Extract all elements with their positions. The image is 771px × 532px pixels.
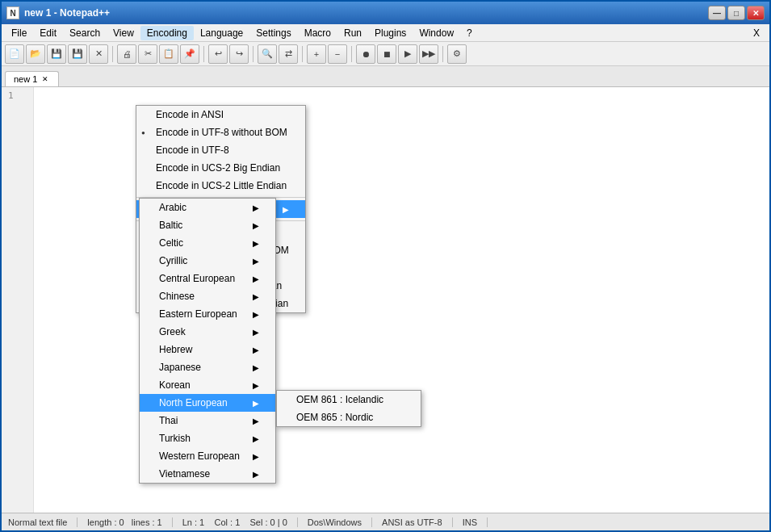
menu-view[interactable]: View — [107, 26, 140, 40]
encode-utf8-no-bom-item[interactable]: Encode in UTF-8 without BOM — [136, 124, 305, 141]
greek-arrow: ▶ — [253, 328, 259, 337]
status-bar: Normal text file length : 0 lines : 1 Ln… — [2, 513, 769, 530]
toolbar-settings[interactable]: ⚙ — [447, 44, 467, 64]
menu-plugins[interactable]: Plugins — [368, 26, 413, 40]
charset-baltic[interactable]: Baltic ▶ — [140, 216, 275, 234]
toolbar-redo[interactable]: ↪ — [229, 44, 249, 64]
window-title: new 1 - Notepad++ — [24, 7, 708, 19]
toolbar-sep6 — [442, 46, 443, 62]
north-european-arrow: ▶ — [253, 399, 259, 408]
tab-new1[interactable]: new 1 ✕ — [5, 71, 59, 86]
minimize-button[interactable]: — — [708, 6, 726, 20]
charset-greek[interactable]: Greek ▶ — [140, 323, 275, 341]
menu-encoding[interactable]: Encoding — [140, 26, 194, 40]
toolbar-cut[interactable]: ✂ — [138, 44, 157, 64]
close-button[interactable]: ✕ — [747, 6, 765, 20]
toolbar-sep5 — [351, 46, 352, 62]
toolbar-zoom-out[interactable]: − — [328, 44, 347, 64]
toolbar-sep4 — [302, 46, 303, 62]
main-window: N new 1 - Notepad++ — □ ✕ File Edit Sear… — [0, 0, 771, 532]
charset-eastern-european[interactable]: Eastern European ▶ — [140, 305, 275, 323]
encode-ucs2-be-item[interactable]: Encode in UCS-2 Big Endian — [136, 159, 305, 177]
charset-celtic[interactable]: Celtic ▶ — [140, 234, 275, 252]
toolbar-sep2 — [203, 46, 204, 62]
toolbar-save-all[interactable]: 💾 — [68, 44, 87, 64]
toolbar-find[interactable]: 🔍 — [258, 44, 277, 64]
charset-north-european[interactable]: North European ▶ — [140, 394, 275, 412]
encode-ansi-item[interactable]: Encode in ANSI — [136, 106, 305, 124]
toolbar-new[interactable]: 📄 — [5, 44, 24, 64]
charset-thai[interactable]: Thai ▶ — [140, 412, 275, 429]
korean-arrow: ▶ — [253, 381, 259, 390]
vietnamese-arrow: ▶ — [253, 470, 259, 479]
toolbar-close[interactable]: ✕ — [89, 44, 108, 64]
charset-hebrew[interactable]: Hebrew ▶ — [140, 341, 275, 358]
cyrillic-arrow: ▶ — [253, 257, 259, 266]
charset-arabic[interactable]: Arabic ▶ — [140, 199, 275, 216]
status-encoding: ANSI as UTF-8 — [372, 517, 453, 527]
status-mode: INS — [453, 517, 488, 527]
eastern-european-arrow: ▶ — [253, 310, 259, 319]
toolbar-record[interactable]: ⏺ — [356, 44, 375, 64]
thai-arrow: ▶ — [253, 417, 259, 425]
menu-edit[interactable]: Edit — [33, 26, 63, 40]
toolbar: 📄 📂 💾 💾 ✕ 🖨 ✂ 📋 📌 ↩ ↪ 🔍 ⇄ + − ⏺ ⏹ ▶ ▶▶ ⚙ — [2, 42, 769, 66]
toolbar-replace[interactable]: ⇄ — [279, 44, 298, 64]
charset-cyrillic[interactable]: Cyrillic ▶ — [140, 252, 275, 270]
line-numbers: 1 — [2, 87, 34, 513]
toolbar-print[interactable]: 🖨 — [117, 44, 136, 64]
celtic-arrow: ▶ — [253, 239, 259, 248]
charset-japanese[interactable]: Japanese ▶ — [140, 358, 275, 376]
turkish-arrow: ▶ — [253, 434, 259, 443]
arabic-arrow: ▶ — [253, 203, 259, 212]
character-sets-arrow: ▶ — [283, 205, 289, 214]
charset-western-european[interactable]: Western European ▶ — [140, 447, 275, 465]
toolbar-open[interactable]: 📂 — [26, 44, 45, 64]
line-number-1: 1 — [8, 90, 14, 101]
tabs-bar: new 1 ✕ — [2, 66, 769, 87]
menu-right-x: X — [747, 26, 766, 40]
menu-language[interactable]: Language — [194, 26, 249, 40]
toolbar-paste[interactable]: 📌 — [180, 44, 199, 64]
status-line-ending: Dos\Windows — [298, 517, 372, 527]
menu-file[interactable]: File — [5, 26, 33, 40]
charset-chinese[interactable]: Chinese ▶ — [140, 287, 275, 305]
toolbar-play-multi[interactable]: ▶▶ — [419, 44, 438, 64]
window-controls: — □ ✕ — [708, 6, 765, 20]
chinese-arrow: ▶ — [253, 292, 259, 301]
western-european-arrow: ▶ — [253, 452, 259, 461]
menu-settings[interactable]: Settings — [249, 26, 297, 40]
oem-865-nordic[interactable]: OEM 865 : Nordic — [277, 408, 421, 426]
charset-vietnamese[interactable]: Vietnamese ▶ — [140, 465, 275, 483]
tab-close-button[interactable]: ✕ — [40, 74, 50, 84]
toolbar-sep1 — [112, 46, 113, 62]
tab-label: new 1 — [14, 74, 37, 84]
status-length: length : 0 lines : 1 — [78, 517, 172, 527]
toolbar-save[interactable]: 💾 — [47, 44, 66, 64]
oem-861-icelandic[interactable]: OEM 861 : Icelandic — [277, 391, 421, 408]
charset-korean[interactable]: Korean ▶ — [140, 376, 275, 394]
status-position: Ln : 1 Col : 1 Sel : 0 | 0 — [173, 517, 298, 527]
menu-run[interactable]: Run — [337, 26, 368, 40]
charset-central-european[interactable]: Central European ▶ — [140, 270, 275, 287]
charset-turkish[interactable]: Turkish ▶ — [140, 429, 275, 447]
central-european-arrow: ▶ — [253, 274, 259, 283]
japanese-arrow: ▶ — [253, 363, 259, 372]
menu-search[interactable]: Search — [63, 26, 107, 40]
toolbar-copy[interactable]: 📋 — [159, 44, 178, 64]
toolbar-zoom-in[interactable]: + — [307, 44, 326, 64]
menu-bar: File Edit Search View Encoding Language … — [2, 24, 769, 42]
baltic-arrow: ▶ — [253, 221, 259, 230]
status-file-type: Normal text file — [8, 517, 78, 527]
encode-utf8-item[interactable]: Encode in UTF-8 — [136, 141, 305, 159]
toolbar-play[interactable]: ▶ — [398, 44, 417, 64]
encode-ucs2-le-item[interactable]: Encode in UCS-2 Little Endian — [136, 177, 305, 195]
north-european-menu: OEM 861 : Icelandic OEM 865 : Nordic — [276, 390, 421, 427]
toolbar-undo[interactable]: ↩ — [208, 44, 228, 64]
menu-macro[interactable]: Macro — [298, 26, 337, 40]
toolbar-stop[interactable]: ⏹ — [377, 44, 396, 64]
title-bar: N new 1 - Notepad++ — □ ✕ — [2, 2, 769, 24]
menu-window[interactable]: Window — [413, 26, 460, 40]
maximize-button[interactable]: □ — [727, 6, 745, 20]
menu-help[interactable]: ? — [460, 26, 479, 40]
